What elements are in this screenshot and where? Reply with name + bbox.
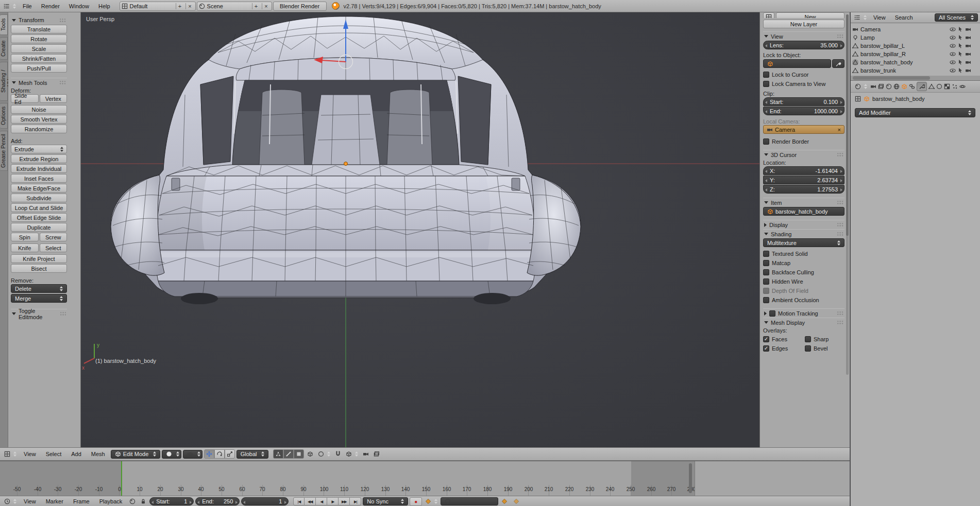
manipulator-rotate-button[interactable]: [214, 449, 225, 459]
tab-object-icon[interactable]: [901, 83, 907, 90]
frame-end-field[interactable]: End:250: [195, 497, 240, 505]
panel-drag-icon[interactable]: [59, 80, 66, 85]
screw-button[interactable]: Screw: [40, 233, 67, 241]
panel-header-motion-tracking[interactable]: Motion Tracking: [763, 308, 844, 318]
tab-shading-uvs[interactable]: Shading / UVs: [0, 62, 8, 101]
play-reverse-button[interactable]: ◀: [316, 497, 327, 505]
panel-header-transform[interactable]: Transform: [11, 15, 67, 25]
tab-tools[interactable]: Tools: [0, 14, 8, 35]
panel-drag-icon[interactable]: [837, 152, 843, 157]
overlay-bevel-checkbox[interactable]: [805, 345, 811, 352]
knife-select-button[interactable]: Select: [40, 243, 67, 252]
menu-window[interactable]: Window: [65, 3, 93, 9]
local-camera-field[interactable]: Camera ×: [763, 125, 844, 134]
add-modifier-dropdown[interactable]: Add Modifier: [855, 108, 975, 117]
render-border-checkbox[interactable]: [763, 138, 769, 145]
manipulator-translate-button[interactable]: [204, 449, 214, 459]
outliner-display-mode-dropdown[interactable]: All Scenes: [935, 13, 978, 22]
timeline-scrollbar[interactable]: [689, 463, 692, 493]
translate-button[interactable]: Translate: [11, 25, 67, 33]
tab-create[interactable]: Create: [0, 37, 8, 60]
viewport-3d[interactable]: y x User Persp (1) barstow_hatch_body: [81, 12, 759, 447]
selectable-arrow-icon[interactable]: [957, 26, 964, 32]
tab-texture-icon[interactable]: [944, 83, 950, 90]
ambient-occlusion-checkbox[interactable]: [763, 297, 769, 303]
clip-end-field[interactable]: End:1000.000: [763, 107, 844, 115]
visibility-eye-icon[interactable]: [950, 67, 956, 74]
mode-dropdown[interactable]: Edit Mode: [111, 450, 160, 459]
textured-solid-checkbox[interactable]: [763, 251, 769, 257]
vertex-select-button[interactable]: [273, 449, 283, 459]
menu-search[interactable]: Search: [891, 14, 917, 21]
panel-drag-icon[interactable]: [837, 320, 843, 325]
menu-render[interactable]: Render: [37, 3, 64, 9]
scene-close-button[interactable]: ×: [262, 3, 269, 9]
menu-file[interactable]: File: [19, 3, 36, 9]
smooth-vertex-button[interactable]: Smooth Vertex: [11, 115, 67, 124]
visibility-eye-icon[interactable]: [950, 51, 956, 57]
new-layer-button[interactable]: New Layer: [763, 20, 844, 28]
menu-playback[interactable]: Playback: [95, 498, 127, 504]
rotate-button[interactable]: Rotate: [11, 34, 67, 43]
tab-constraints-icon[interactable]: [909, 83, 915, 90]
tab-options[interactable]: Options: [0, 103, 8, 129]
inset-faces-button[interactable]: Inset Faces: [11, 174, 67, 183]
opengl-render-anim-button[interactable]: [372, 449, 381, 459]
overlay-sharp-checkbox[interactable]: [805, 336, 811, 342]
jump-to-start-button[interactable]: |◀: [293, 497, 305, 505]
jump-prev-keyframe-button[interactable]: ◀◀: [305, 497, 316, 505]
face-select-button[interactable]: [294, 449, 304, 459]
tab-material-icon[interactable]: [936, 83, 942, 90]
gp-icon-button[interactable]: [763, 12, 774, 18]
timeline-editor-type-button[interactable]: [3, 497, 18, 506]
delete-keyframes-button[interactable]: [511, 497, 521, 506]
sync-mode-dropdown[interactable]: No Sync: [363, 497, 408, 505]
outliner-item-bpillar-r[interactable]: barstow_bpillar_R: [851, 50, 980, 58]
tab-world-icon[interactable]: [893, 83, 900, 90]
play-button[interactable]: ▶: [327, 497, 339, 505]
clear-camera-button[interactable]: ×: [838, 127, 841, 133]
panel-header-3d-cursor[interactable]: 3D Cursor: [763, 150, 844, 159]
merge-menu[interactable]: Merge: [11, 294, 67, 303]
outliner-item-hatch-body[interactable]: barstow_hatch_body: [851, 58, 980, 66]
limit-selection-visible-button[interactable]: [306, 449, 315, 459]
tab-physics-icon[interactable]: [959, 83, 966, 90]
scene-selector[interactable]: Scene + ×: [197, 2, 272, 11]
cursor-y-field[interactable]: Y:2.63734: [763, 176, 844, 184]
menu-select[interactable]: Select: [42, 451, 66, 457]
visibility-eye-icon[interactable]: [950, 34, 956, 41]
visibility-eye-icon[interactable]: [950, 26, 956, 32]
layout-close-button[interactable]: ×: [185, 3, 193, 9]
outliner-item-camera[interactable]: Camera: [851, 25, 980, 33]
breadcrumb-browse-icon[interactable]: [855, 96, 861, 102]
properties-editor-type-button[interactable]: [853, 82, 869, 91]
viewport-editor-type-button[interactable]: [3, 449, 18, 459]
knife-button[interactable]: Knife: [11, 243, 39, 252]
lock-time-cursor-toggle[interactable]: [139, 497, 148, 506]
info-editor-type-button[interactable]: [2, 2, 18, 11]
selectable-arrow-icon[interactable]: [957, 51, 964, 57]
menu-frame[interactable]: Frame: [69, 498, 94, 504]
panel-header-display[interactable]: Display: [763, 220, 844, 229]
viewport-canvas[interactable]: y x: [81, 12, 759, 447]
panel-header-item[interactable]: Item: [763, 198, 844, 207]
tab-render-layers-icon[interactable]: [878, 83, 884, 90]
make-edge-face-button[interactable]: Make Edge/Face: [11, 184, 67, 193]
tab-object-data-icon[interactable]: [928, 83, 935, 90]
panel-drag-icon[interactable]: [60, 311, 66, 316]
eyedropper-button[interactable]: [832, 59, 844, 68]
duplicate-button[interactable]: Duplicate: [11, 223, 67, 232]
push-pull-button[interactable]: Push/Pull: [11, 64, 67, 73]
edge-select-button[interactable]: [283, 449, 294, 459]
panel-drag-icon[interactable]: [837, 34, 843, 39]
snap-toggle-button[interactable]: [333, 449, 343, 459]
clip-start-field[interactable]: Start:0.100: [763, 97, 844, 106]
auto-keyframe-record-button[interactable]: ●: [410, 497, 422, 506]
extrude-individual-button[interactable]: Extrude Individual: [11, 164, 67, 173]
overlay-edges-checkbox[interactable]: [763, 345, 769, 352]
selectable-arrow-icon[interactable]: [957, 43, 964, 49]
depth-of-field-checkbox[interactable]: [763, 288, 769, 294]
lens-field[interactable]: Lens:35.000: [763, 41, 844, 49]
scale-button[interactable]: Scale: [11, 44, 67, 53]
menu-view[interactable]: View: [20, 498, 40, 504]
